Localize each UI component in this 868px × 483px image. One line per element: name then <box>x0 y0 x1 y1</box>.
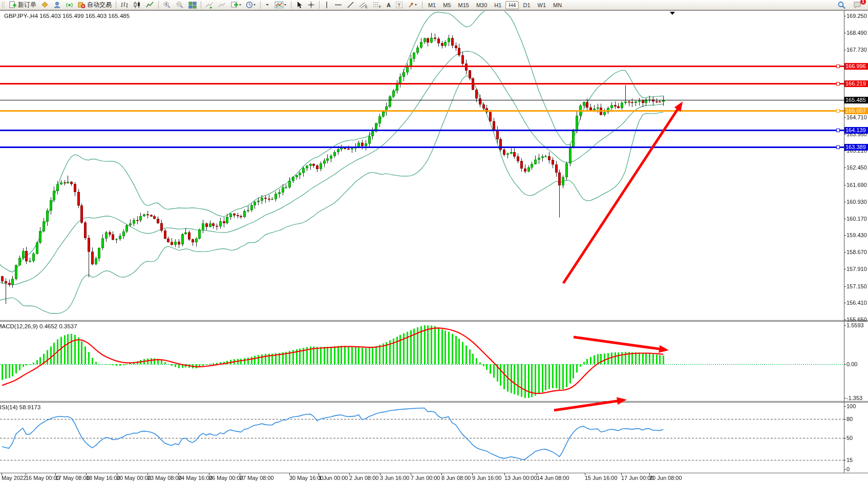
toolbar-separator <box>260 1 261 9</box>
trendline-icon[interactable] <box>345 1 356 9</box>
new-order-button[interactable]: 新订单 <box>7 1 38 9</box>
hline-resistance-166996[interactable] <box>0 66 844 67</box>
time-axis-label: 9 Jun 16:00 <box>472 475 502 481</box>
equidistant-channel-icon[interactable]: E <box>357 1 370 9</box>
time-axis-label: 3 Jun 16:00 <box>380 475 410 481</box>
rsi-axis-tick: 80 <box>846 416 853 422</box>
time-axis-label: 13 Jun 00:00 <box>504 475 537 481</box>
rsi-axis-tick: 50 <box>846 435 853 441</box>
line-endpoint-handle[interactable] <box>836 145 840 149</box>
timeframe-toolbar: M1M5M15M30H1H4D1W1MN <box>425 1 565 9</box>
chart-top-border <box>0 10 868 11</box>
time-axis-label: 26 May 00:00 <box>209 475 243 481</box>
notifications-icon[interactable]: 1 <box>851 1 864 9</box>
text-icon[interactable]: A <box>385 1 393 9</box>
line-chart-icon[interactable] <box>144 1 156 9</box>
chart-shift-marker[interactable] <box>670 12 675 15</box>
data-window-icon[interactable] <box>39 1 51 9</box>
time-axis-label: 18 May 16:00 <box>86 475 120 481</box>
timeframe-button-MN[interactable]: MN <box>550 1 565 9</box>
pane-separator-macd-rsi[interactable] <box>0 401 868 402</box>
price-axis-tick: 158.670 <box>846 249 867 255</box>
toolbar-separator <box>291 1 291 9</box>
price-tag-163.389: 163.389 <box>844 144 868 151</box>
line-endpoint-handle[interactable] <box>836 129 840 132</box>
time-axis-label: May 2022 <box>2 475 26 481</box>
timeframe-button-M15[interactable]: M15 <box>455 1 472 9</box>
templates-dropdown[interactable] <box>263 1 272 9</box>
toolbar-separator <box>116 1 116 9</box>
auto-trading-button[interactable]: 自动交易 <box>76 1 114 9</box>
price-axis-tick: 161.690 <box>846 182 867 188</box>
crosshair-icon[interactable] <box>305 1 317 9</box>
time-axis-label: 1 Jun 00:00 <box>319 475 348 481</box>
vertical-line-icon[interactable] <box>322 1 332 9</box>
fibonacci-icon[interactable]: F <box>371 1 384 9</box>
time-axis-label: 20 Jun 08:00 <box>649 475 682 481</box>
new-chart-dropdown[interactable] <box>229 1 243 9</box>
profile-icon[interactable] <box>51 1 63 9</box>
price-axis-tick: 160.930 <box>846 199 867 205</box>
price-axis-tick: 156.410 <box>846 300 867 306</box>
cursor-icon[interactable] <box>293 1 305 9</box>
mt4-window: 新订单 自动交易 E F A T <box>0 0 868 483</box>
price-axis-tick: 169.250 <box>846 13 867 19</box>
arrows-dropdown[interactable] <box>406 1 420 9</box>
macd-axis-tick: 1.5593 <box>846 322 864 328</box>
rsi-axis-tick: 0 <box>846 466 850 472</box>
rsi-axis-tick: 100 <box>846 403 856 409</box>
price-axis-tick: 157.910 <box>846 266 867 272</box>
macd-indicator-label: MACD(12,26,9) 0.4652 0.3537 <box>0 323 77 329</box>
price-axis-tick: 157.150 <box>846 283 867 289</box>
hline-support-165007[interactable] <box>0 110 844 112</box>
text-label-icon[interactable]: T <box>393 1 405 9</box>
timeframe-button-D1[interactable]: D1 <box>520 1 533 9</box>
line-endpoint-handle[interactable] <box>836 109 840 113</box>
hline-support-164139[interactable] <box>0 130 844 131</box>
time-axis-label: 15 Jun 16:00 <box>585 475 618 481</box>
price-tag-165.007: 165.007 <box>844 108 868 114</box>
price-axis-tick: 167.730 <box>846 47 867 53</box>
timeframe-button-M5[interactable]: M5 <box>440 1 454 9</box>
hline-resistance-166219[interactable] <box>0 83 844 85</box>
zoom-in-icon[interactable] <box>161 1 173 9</box>
bar-chart-icon[interactable] <box>118 1 131 9</box>
signal-icon[interactable] <box>63 1 75 9</box>
new-order-label: 新订单 <box>18 1 36 9</box>
timeframe-button-H1[interactable]: H1 <box>491 1 504 9</box>
chart-shift-icon[interactable] <box>216 1 228 9</box>
time-axis-label: 24 May 16:00 <box>178 475 213 481</box>
pane-separator-main-macd[interactable] <box>0 321 868 322</box>
line-endpoint-handle[interactable] <box>836 65 840 68</box>
price-axis-tick: 160.170 <box>846 216 867 222</box>
tile-windows-icon[interactable] <box>186 1 199 9</box>
search-icon[interactable] <box>835 1 848 9</box>
timeframe-button-H4[interactable]: H4 <box>505 1 519 9</box>
rsi-indicator-label: RSI(14) 58.9173 <box>0 404 40 410</box>
new-order-icon <box>9 1 16 9</box>
time-axis-label: 27 May 08:00 <box>240 475 274 481</box>
candlestick-chart-icon[interactable] <box>131 1 143 9</box>
rsi-axis-tick: 15 <box>846 457 853 463</box>
auto-scroll-icon[interactable] <box>203 1 216 9</box>
zoom-out-icon[interactable] <box>174 1 186 9</box>
horizontal-line-icon[interactable] <box>332 1 344 9</box>
timeframe-button-M30[interactable]: M30 <box>473 1 490 9</box>
period-clock-dropdown[interactable] <box>244 1 258 9</box>
chart-canvas[interactable] <box>0 0 868 483</box>
timeframe-button-W1[interactable]: W1 <box>535 1 549 9</box>
auto-trading-label: 自动交易 <box>87 1 112 9</box>
chart-title: GBPJPY-,H4 165.403 165.499 165.403 165.4… <box>4 13 130 19</box>
price-axis-tick: 159.430 <box>846 232 867 238</box>
timeframe-button-M1[interactable]: M1 <box>425 1 439 9</box>
toolbar-grip[interactable] <box>2 2 5 9</box>
indicators-dropdown[interactable] <box>272 1 289 9</box>
pane-separator-macd-rsi[interactable] <box>0 402 868 403</box>
pane-separator-main-macd[interactable] <box>0 320 868 321</box>
svg-text:F: F <box>379 5 381 9</box>
line-endpoint-handle[interactable] <box>836 82 840 86</box>
hline-support-163389[interactable] <box>0 146 844 148</box>
time-axis-label: 2 Jun 08:00 <box>349 475 379 481</box>
time-axis-label: 7 Jun 00:00 <box>411 475 440 481</box>
hline-bid-line-165485[interactable] <box>0 100 844 100</box>
